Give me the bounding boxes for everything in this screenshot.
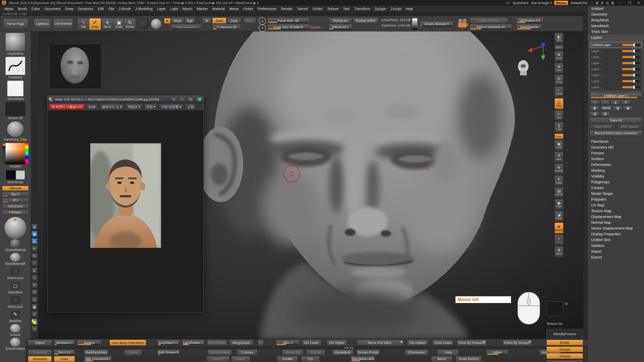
menu-item[interactable]: Preferences bbox=[255, 6, 279, 12]
zadd-button[interactable]: Zadd bbox=[212, 18, 226, 24]
spix-slider[interactable]: SPix 3 bbox=[554, 44, 564, 50]
select-rect-brush[interactable]: ▢ bbox=[10, 281, 21, 290]
dot-icon[interactable]: • bbox=[31, 275, 37, 281]
mergevisible-button[interactable]: MergeVisible bbox=[208, 349, 232, 355]
current-alpha-thumbnail[interactable] bbox=[7, 80, 24, 97]
scissors-icon[interactable]: ✂ bbox=[31, 246, 37, 252]
stroke-preview[interactable] bbox=[137, 18, 150, 30]
document-thumbnail[interactable] bbox=[49, 44, 101, 89]
palette-section[interactable]: Morph Target bbox=[588, 191, 644, 197]
layer-control-button[interactable]: + bbox=[590, 100, 600, 105]
layer-control-button[interactable]: ▼ bbox=[621, 100, 631, 105]
smooth-brush[interactable] bbox=[10, 324, 21, 333]
sidebar-item[interactable]: BasicMaterialB bbox=[5, 253, 25, 267]
sidebar-item[interactable]: StartupMaterial bbox=[5, 239, 25, 253]
record-deformation-button[interactable]: Record Deformation Animation bbox=[590, 130, 642, 136]
ref-minimize-button[interactable]: ─ bbox=[179, 97, 185, 102]
color-picker[interactable] bbox=[2, 143, 28, 164]
palette-section[interactable]: ArrayMesh bbox=[588, 17, 644, 23]
layer-row[interactable]: Layer... bbox=[590, 72, 642, 78]
palette-section[interactable]: Unified Skin bbox=[588, 237, 644, 243]
obj-shadow-slider[interactable]: ObjShadow 0.3 bbox=[516, 18, 543, 24]
palette-section[interactable]: Polypaint bbox=[588, 197, 644, 202]
split-screen-slider[interactable]: Split Screen 0 bbox=[157, 349, 180, 355]
palette-section[interactable]: Deformation bbox=[588, 162, 644, 168]
solo-button[interactable]: ● Solo bbox=[554, 234, 564, 245]
camera-head-icon[interactable] bbox=[516, 59, 531, 77]
undo-icon[interactable]: ↶ bbox=[31, 282, 37, 288]
del-lower-button[interactable]: Del Lower bbox=[302, 340, 321, 346]
mirror-and-weld-button[interactable]: Mirror And Weld bbox=[357, 340, 404, 346]
lightbox-button[interactable]: LightBox bbox=[34, 19, 51, 29]
sidebar-item[interactable]: SmoothValleys bbox=[5, 338, 25, 352]
layer-intensity-slider[interactable] bbox=[622, 68, 640, 71]
gradient-thumbnail[interactable] bbox=[412, 18, 418, 30]
alternate-button[interactable]: Alternate bbox=[2, 186, 29, 191]
menu-item[interactable]: Texture bbox=[325, 6, 341, 12]
mask-lasso-brush[interactable]: ◌ bbox=[10, 295, 21, 304]
groups-polish-button[interactable]: Groups Polish bbox=[356, 349, 380, 355]
axis-gizmo[interactable] bbox=[526, 42, 546, 61]
menu-item[interactable]: Document bbox=[42, 6, 63, 12]
angle-of-view-button[interactable]: Angle Of View bbox=[469, 18, 508, 24]
layer-intensity-slider[interactable] bbox=[622, 86, 640, 89]
menu-item[interactable]: Macro bbox=[180, 6, 195, 12]
main-color-swatch[interactable] bbox=[6, 170, 16, 180]
live-boolean-button[interactable]: Live Boolean bbox=[53, 19, 73, 29]
layer-slider-knob[interactable] bbox=[633, 49, 635, 53]
frame-button[interactable]: ▣ Frame bbox=[554, 140, 564, 151]
ref-pin-button[interactable]: ✕ bbox=[171, 97, 177, 102]
xpose-button[interactable]: ≣ Xpose bbox=[554, 246, 564, 257]
split-hidden-button[interactable]: Split Hidden bbox=[207, 340, 227, 346]
line-icon[interactable]: ∕ bbox=[31, 260, 37, 266]
accucurve-button[interactable]: AccuCurve bbox=[2, 204, 29, 209]
colorize-button[interactable]: Colorize bbox=[237, 349, 257, 355]
scale-mode-button[interactable]: ▣ Scale bbox=[113, 18, 125, 30]
menu-item[interactable]: Brush bbox=[16, 6, 29, 12]
current-stroke-thumbnail[interactable] bbox=[5, 57, 25, 75]
menu-item[interactable]: Light bbox=[168, 6, 180, 12]
draw-size-slider[interactable]: Draw Size 30.69679 bbox=[267, 24, 309, 30]
close-holes-button[interactable]: Close Holes bbox=[432, 340, 453, 346]
sdiv-slider[interactable]: SDiv 3 bbox=[276, 340, 300, 346]
menu-item[interactable]: Picker bbox=[241, 6, 255, 12]
menu-item[interactable]: Zplugin bbox=[372, 6, 388, 12]
layer-control-button[interactable]: ◨ bbox=[613, 106, 622, 111]
z-intensity-slider[interactable]: Z Intensity 20 bbox=[212, 24, 241, 30]
palette-section[interactable]: Masking bbox=[588, 168, 644, 173]
split-screen-slider[interactable]: Split Screen 0 bbox=[546, 360, 583, 362]
layer-intensity-slider[interactable] bbox=[622, 56, 640, 59]
groups-button[interactable]: Groups bbox=[546, 346, 583, 352]
home-page-button[interactable]: Home Page bbox=[3, 19, 28, 29]
color-tab-button[interactable]: Color bbox=[54, 356, 75, 362]
redo-icon[interactable]: ↷ bbox=[31, 289, 37, 295]
surface-slider[interactable]: Surface bbox=[77, 340, 101, 346]
texture-thumbnail[interactable] bbox=[546, 301, 563, 316]
texture-on-button[interactable]: Texture On bbox=[546, 322, 583, 326]
menu-item[interactable]: Movie bbox=[227, 6, 241, 12]
menu-item[interactable]: Alpha bbox=[2, 6, 16, 12]
mask-by-feature-button[interactable]: MaskByFeature bbox=[546, 329, 583, 339]
flip-button[interactable]: Flip bbox=[301, 356, 320, 362]
camera-icon[interactable] bbox=[457, 18, 468, 29]
palette-section-layers[interactable]: Layers bbox=[588, 35, 644, 40]
angle-icon[interactable]: ∠ bbox=[31, 267, 37, 274]
palette-section[interactable]: Display Properties bbox=[588, 231, 644, 237]
projectall-button[interactable]: ProjectAll bbox=[28, 349, 52, 355]
focal-shift-slider[interactable]: Focal Shift -56 bbox=[267, 18, 309, 24]
morph-uv-button[interactable]: Morph UV bbox=[282, 349, 303, 355]
grid-icon[interactable]: ▦ bbox=[31, 304, 37, 310]
polyframe-button[interactable]: ▦ PolyF bbox=[554, 199, 564, 210]
geometry-tab-button[interactable]: Geometry bbox=[28, 356, 52, 362]
menu-item[interactable]: Layer bbox=[155, 6, 168, 12]
menu-item[interactable]: Marker bbox=[195, 6, 210, 12]
import-mdd-button[interactable]: Import MDD bbox=[590, 124, 616, 129]
quick-xyz-button[interactable]: Q.Xyz bbox=[554, 133, 564, 139]
dist-slider[interactable]: Dist 0.02 bbox=[54, 349, 75, 355]
trash-icon[interactable]: ▭ bbox=[31, 297, 37, 303]
zremesher-button[interactable]: ZRemesher bbox=[405, 349, 428, 355]
persp-button[interactable]: △ Persp bbox=[554, 98, 564, 109]
edit-menu[interactable]: 편집 ▾ bbox=[144, 104, 157, 110]
see-through-slider[interactable]: See-through 0 bbox=[531, 1, 552, 5]
border-button[interactable]: Border bbox=[546, 340, 583, 345]
